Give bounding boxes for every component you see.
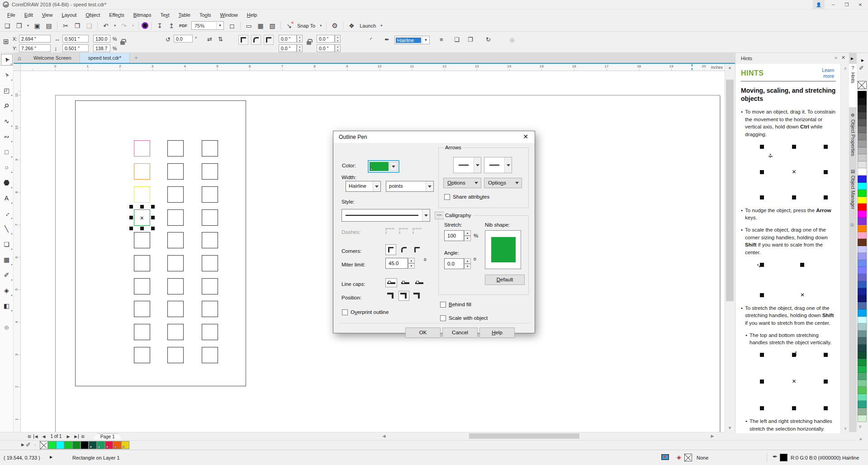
- round-corner-button[interactable]: [238, 35, 248, 45]
- menu-text[interactable]: Text: [156, 11, 174, 19]
- snap-off-icon[interactable]: ↘: [284, 21, 294, 31]
- menu-table[interactable]: Table: [174, 11, 195, 19]
- color-proof-icon[interactable]: [661, 454, 669, 460]
- square-object[interactable]: [167, 324, 184, 340]
- vertical-ruler[interactable]: 1110987654321: [14, 71, 21, 432]
- color-swatch[interactable]: [858, 147, 867, 155]
- to-back-icon[interactable]: ❐: [468, 36, 473, 43]
- color-swatch[interactable]: [858, 309, 867, 317]
- scroll-up-icon[interactable]: ∧: [841, 65, 850, 72]
- behind-fill-checkbox[interactable]: [440, 302, 446, 308]
- docker-collapse-icon[interactable]: »: [835, 55, 837, 60]
- selection-handle[interactable]: [151, 216, 155, 219]
- shape-tool[interactable]: ➢: [1, 69, 13, 81]
- frame-rectangle[interactable]: [75, 100, 246, 386]
- color-swatch[interactable]: [858, 394, 867, 401]
- publish-pdf-icon[interactable]: PDF: [178, 21, 189, 31]
- scroll-up-icon[interactable]: ▲: [725, 64, 735, 71]
- add-page-icon[interactable]: ⊞: [25, 434, 33, 439]
- width-field[interactable]: [62, 35, 89, 43]
- minimize-button[interactable]: ─: [826, 0, 840, 9]
- first-page-icon[interactable]: ◀: [33, 434, 40, 439]
- square-object[interactable]: [134, 163, 150, 180]
- close-button[interactable]: ✕: [854, 0, 867, 9]
- document-color-swatch[interactable]: [97, 441, 105, 449]
- connector-tool[interactable]: ╲: [1, 223, 13, 235]
- color-swatch[interactable]: [858, 274, 867, 281]
- miter-corner-button[interactable]: [385, 244, 396, 255]
- scroll-down-icon[interactable]: ▼: [725, 424, 735, 432]
- color-swatch[interactable]: [858, 190, 867, 197]
- color-swatch[interactable]: [858, 373, 867, 380]
- palette-flyout-icon[interactable]: ▶: [861, 58, 864, 62]
- scale-x-field[interactable]: [93, 35, 110, 43]
- freehand-tool[interactable]: ∿: [1, 115, 13, 127]
- share-attributes-checkbox[interactable]: [444, 194, 450, 200]
- scale-y-field[interactable]: [93, 44, 110, 52]
- launch-icon[interactable]: ❖: [346, 21, 357, 31]
- fullscreen-preview-icon[interactable]: ◻: [227, 21, 237, 31]
- wrap-text-icon[interactable]: ≡: [440, 36, 443, 43]
- dimension-tool[interactable]: ↔: [1, 208, 13, 219]
- scale-with-object-checkbox[interactable]: [440, 315, 446, 321]
- ok-button[interactable]: OK: [405, 327, 441, 338]
- square-object[interactable]: [167, 232, 184, 248]
- document-color-swatch[interactable]: [48, 441, 56, 449]
- transparency-tool[interactable]: ▦: [1, 254, 13, 266]
- height-field[interactable]: [62, 44, 89, 52]
- color-swatch[interactable]: [858, 288, 867, 295]
- document-color-swatch[interactable]: [64, 441, 72, 449]
- selection-handle[interactable]: [151, 205, 155, 209]
- rectangle-tool[interactable]: □: [1, 146, 13, 158]
- hints-scrollbar[interactable]: ∧ ∨: [840, 64, 849, 433]
- corner-radius-4-field[interactable]: [317, 44, 335, 52]
- outline-outside-button[interactable]: [412, 291, 422, 301]
- last-page-icon[interactable]: ▶: [72, 434, 79, 439]
- color-swatch[interactable]: [370, 162, 389, 171]
- square-object[interactable]: [167, 209, 184, 226]
- docker-tab-object-manager[interactable]: ▤Object Manager: [849, 167, 857, 217]
- mirror-vertical-icon[interactable]: ⇅: [218, 36, 223, 43]
- color-swatch[interactable]: [858, 154, 867, 161]
- menu-view[interactable]: View: [38, 11, 57, 19]
- no-color-swatch[interactable]: [858, 81, 867, 89]
- crop-tool[interactable]: ◰: [1, 85, 13, 96]
- add-page-icon[interactable]: ⊞: [79, 434, 87, 439]
- lock-ratio-icon[interactable]: [120, 41, 125, 45]
- color-swatch[interactable]: [858, 168, 867, 176]
- document-color-swatch[interactable]: [113, 441, 121, 449]
- end-arrowhead-combo[interactable]: [484, 157, 512, 173]
- show-grid-icon[interactable]: ▦: [255, 21, 266, 31]
- overprint-outline-checkbox[interactable]: [342, 309, 348, 315]
- horizontal-ruler[interactable]: inches 01234567891011121314151617181920: [21, 64, 725, 71]
- account-icon[interactable]: 👤: [813, 0, 825, 9]
- copy-icon[interactable]: ❐: [72, 21, 83, 31]
- ellipse-tool[interactable]: ○: [1, 161, 13, 173]
- docker-tab-object-properties[interactable]: ⚙Object Properties: [849, 111, 857, 163]
- save-icon[interactable]: ▣: [32, 21, 43, 31]
- square-object[interactable]: [167, 255, 184, 271]
- color-swatch[interactable]: [858, 91, 867, 98]
- round-cap-button[interactable]: [399, 278, 411, 287]
- round-corner-button[interactable]: [398, 244, 409, 255]
- width-units-combo[interactable]: points: [386, 181, 434, 192]
- tab-welcome-screen[interactable]: Welcome Screen: [25, 53, 80, 63]
- square-object[interactable]: [134, 278, 150, 294]
- dialog-close-icon[interactable]: ✕: [520, 133, 531, 141]
- scroll-right-icon[interactable]: ▶: [709, 433, 716, 439]
- outline-centered-button[interactable]: [398, 291, 409, 301]
- home-icon[interactable]: ⌂: [14, 53, 25, 63]
- palette-more-icon[interactable]: »: [859, 437, 862, 441]
- spin-up-icon[interactable]: ▲: [408, 258, 415, 263]
- arrow-options-button-2[interactable]: Options: [484, 178, 522, 188]
- scalloped-corner-button[interactable]: [251, 35, 261, 45]
- text-tool[interactable]: A: [1, 192, 13, 204]
- color-swatch[interactable]: [858, 197, 867, 204]
- color-swatch[interactable]: [858, 126, 867, 133]
- docker-expand-icon[interactable]: ▶: [851, 57, 854, 61]
- zoom-tool[interactable]: ⚲: [1, 100, 13, 112]
- default-button[interactable]: Default: [485, 275, 525, 285]
- chamfered-corner-button[interactable]: [264, 35, 274, 45]
- menu-effects[interactable]: Effects: [104, 11, 128, 19]
- add-docker-icon[interactable]: ⊕: [850, 222, 854, 228]
